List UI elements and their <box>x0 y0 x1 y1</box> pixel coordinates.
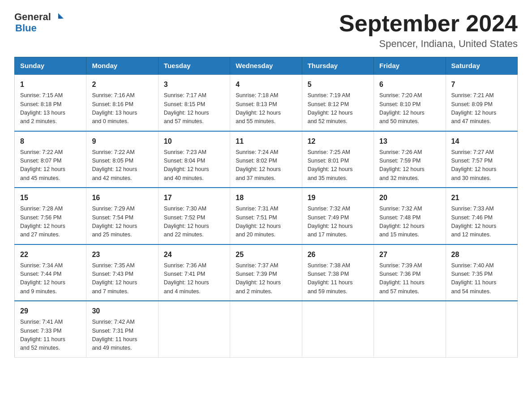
day-info: Sunrise: 7:39 AM Sunset: 7:36 PM Dayligh… <box>379 261 440 296</box>
day-info: Sunrise: 7:29 AM Sunset: 7:54 PM Dayligh… <box>92 205 152 240</box>
day-number: 17 <box>164 193 224 203</box>
calendar-cell: 28 Sunrise: 7:40 AM Sunset: 7:35 PM Dayl… <box>446 244 517 301</box>
day-number: 11 <box>236 136 296 147</box>
day-info: Sunrise: 7:21 AM Sunset: 8:09 PM Dayligh… <box>451 91 512 126</box>
calendar-cell: 21 Sunrise: 7:33 AM Sunset: 7:46 PM Dayl… <box>446 188 517 244</box>
day-number: 7 <box>451 79 512 90</box>
calendar-cell: 17 Sunrise: 7:30 AM Sunset: 7:52 PM Dayl… <box>158 188 230 244</box>
day-info: Sunrise: 7:42 AM Sunset: 7:31 PM Dayligh… <box>92 318 152 353</box>
calendar-location: Spencer, Indiana, United States <box>339 38 518 50</box>
day-info: Sunrise: 7:25 AM Sunset: 8:01 PM Dayligh… <box>308 148 368 183</box>
day-info: Sunrise: 7:27 AM Sunset: 7:57 PM Dayligh… <box>451 148 512 183</box>
calendar-cell: 8 Sunrise: 7:22 AM Sunset: 8:07 PM Dayli… <box>15 131 86 188</box>
calendar-cell: 4 Sunrise: 7:18 AM Sunset: 8:13 PM Dayli… <box>230 74 302 131</box>
day-number: 24 <box>164 249 224 260</box>
day-number: 4 <box>236 79 296 90</box>
day-info: Sunrise: 7:38 AM Sunset: 7:38 PM Dayligh… <box>308 261 368 296</box>
col-saturday: Saturday <box>446 57 517 75</box>
day-info: Sunrise: 7:16 AM Sunset: 8:16 PM Dayligh… <box>92 91 152 126</box>
calendar-cell: 6 Sunrise: 7:20 AM Sunset: 8:10 PM Dayli… <box>374 74 446 131</box>
day-info: Sunrise: 7:17 AM Sunset: 8:15 PM Dayligh… <box>164 91 224 126</box>
day-info: Sunrise: 7:41 AM Sunset: 7:33 PM Dayligh… <box>20 318 81 353</box>
calendar-cell: 2 Sunrise: 7:16 AM Sunset: 8:16 PM Dayli… <box>86 74 158 131</box>
day-number: 18 <box>236 193 296 203</box>
day-info: Sunrise: 7:37 AM Sunset: 7:39 PM Dayligh… <box>236 261 296 296</box>
day-info: Sunrise: 7:30 AM Sunset: 7:52 PM Dayligh… <box>164 205 224 240</box>
day-info: Sunrise: 7:15 AM Sunset: 8:18 PM Dayligh… <box>20 91 81 126</box>
day-info: Sunrise: 7:19 AM Sunset: 8:12 PM Dayligh… <box>308 91 368 126</box>
calendar-cell: 27 Sunrise: 7:39 AM Sunset: 7:36 PM Dayl… <box>374 244 446 301</box>
calendar-week-row: 29 Sunrise: 7:41 AM Sunset: 7:33 PM Dayl… <box>15 301 518 357</box>
day-number: 23 <box>92 249 152 260</box>
calendar-cell: 25 Sunrise: 7:37 AM Sunset: 7:39 PM Dayl… <box>230 244 302 301</box>
day-number: 28 <box>451 249 512 260</box>
day-info: Sunrise: 7:31 AM Sunset: 7:51 PM Dayligh… <box>236 205 296 240</box>
day-info: Sunrise: 7:24 AM Sunset: 8:02 PM Dayligh… <box>236 148 296 183</box>
calendar-cell: 26 Sunrise: 7:38 AM Sunset: 7:38 PM Dayl… <box>302 244 373 301</box>
day-info: Sunrise: 7:28 AM Sunset: 7:56 PM Dayligh… <box>20 205 81 240</box>
calendar-week-row: 22 Sunrise: 7:34 AM Sunset: 7:44 PM Dayl… <box>15 244 518 301</box>
logo-icon <box>52 11 64 23</box>
day-number: 1 <box>20 79 81 90</box>
day-number: 9 <box>92 136 152 147</box>
day-info: Sunrise: 7:32 AM Sunset: 7:49 PM Dayligh… <box>308 205 368 240</box>
day-number: 12 <box>308 136 368 147</box>
day-info: Sunrise: 7:40 AM Sunset: 7:35 PM Dayligh… <box>451 261 512 296</box>
day-info: Sunrise: 7:36 AM Sunset: 7:41 PM Dayligh… <box>164 261 224 296</box>
day-info: Sunrise: 7:34 AM Sunset: 7:44 PM Dayligh… <box>20 261 81 296</box>
calendar-cell: 22 Sunrise: 7:34 AM Sunset: 7:44 PM Dayl… <box>15 244 86 301</box>
day-number: 25 <box>236 249 296 260</box>
logo-blue-text: Blue <box>15 22 37 34</box>
day-number: 26 <box>308 249 368 260</box>
calendar-week-row: 15 Sunrise: 7:28 AM Sunset: 7:56 PM Dayl… <box>15 188 518 244</box>
day-info: Sunrise: 7:23 AM Sunset: 8:04 PM Dayligh… <box>164 148 224 183</box>
day-info: Sunrise: 7:22 AM Sunset: 8:05 PM Dayligh… <box>92 148 152 183</box>
day-info: Sunrise: 7:32 AM Sunset: 7:48 PM Dayligh… <box>379 205 440 240</box>
col-monday: Monday <box>86 57 158 75</box>
title-block: September 2024 Spencer, Indiana, United … <box>339 11 518 50</box>
calendar-cell: 7 Sunrise: 7:21 AM Sunset: 8:09 PM Dayli… <box>446 74 517 131</box>
day-number: 8 <box>20 136 81 147</box>
calendar-cell <box>158 301 230 357</box>
day-number: 21 <box>451 193 512 203</box>
calendar-cell: 14 Sunrise: 7:27 AM Sunset: 7:57 PM Dayl… <box>446 131 517 188</box>
calendar-title: September 2024 <box>339 11 518 36</box>
calendar-cell: 11 Sunrise: 7:24 AM Sunset: 8:02 PM Dayl… <box>230 131 302 188</box>
day-number: 6 <box>379 79 440 90</box>
day-number: 15 <box>20 193 81 203</box>
header: General Blue September 2024 Spencer, Ind… <box>14 11 518 50</box>
day-info: Sunrise: 7:18 AM Sunset: 8:13 PM Dayligh… <box>236 91 296 126</box>
calendar-cell: 19 Sunrise: 7:32 AM Sunset: 7:49 PM Dayl… <box>302 188 373 244</box>
day-number: 13 <box>379 136 440 147</box>
day-number: 19 <box>308 193 368 203</box>
day-info: Sunrise: 7:22 AM Sunset: 8:07 PM Dayligh… <box>20 148 81 183</box>
day-number: 2 <box>92 79 152 90</box>
day-number: 20 <box>379 193 440 203</box>
calendar-cell: 24 Sunrise: 7:36 AM Sunset: 7:41 PM Dayl… <box>158 244 230 301</box>
col-friday: Friday <box>374 57 446 75</box>
calendar-cell: 16 Sunrise: 7:29 AM Sunset: 7:54 PM Dayl… <box>86 188 158 244</box>
day-number: 30 <box>92 306 152 317</box>
calendar-cell <box>230 301 302 357</box>
day-number: 3 <box>164 79 224 90</box>
col-sunday: Sunday <box>15 57 86 75</box>
calendar-cell <box>374 301 446 357</box>
day-info: Sunrise: 7:33 AM Sunset: 7:46 PM Dayligh… <box>451 205 512 240</box>
day-number: 14 <box>451 136 512 147</box>
calendar-cell: 29 Sunrise: 7:41 AM Sunset: 7:33 PM Dayl… <box>15 301 86 357</box>
calendar-cell: 10 Sunrise: 7:23 AM Sunset: 8:04 PM Dayl… <box>158 131 230 188</box>
calendar-cell <box>302 301 373 357</box>
calendar-cell: 12 Sunrise: 7:25 AM Sunset: 8:01 PM Dayl… <box>302 131 373 188</box>
calendar-cell <box>446 301 517 357</box>
calendar-header-row: Sunday Monday Tuesday Wednesday Thursday… <box>15 57 518 75</box>
calendar-cell: 30 Sunrise: 7:42 AM Sunset: 7:31 PM Dayl… <box>86 301 158 357</box>
col-tuesday: Tuesday <box>158 57 230 75</box>
logo-general-text: General <box>14 12 51 22</box>
day-info: Sunrise: 7:35 AM Sunset: 7:43 PM Dayligh… <box>92 261 152 296</box>
calendar-cell: 20 Sunrise: 7:32 AM Sunset: 7:48 PM Dayl… <box>374 188 446 244</box>
day-info: Sunrise: 7:26 AM Sunset: 7:59 PM Dayligh… <box>379 148 440 183</box>
calendar-cell: 15 Sunrise: 7:28 AM Sunset: 7:56 PM Dayl… <box>15 188 86 244</box>
day-number: 22 <box>20 249 81 260</box>
day-number: 29 <box>20 306 81 317</box>
calendar-week-row: 1 Sunrise: 7:15 AM Sunset: 8:18 PM Dayli… <box>15 74 518 131</box>
